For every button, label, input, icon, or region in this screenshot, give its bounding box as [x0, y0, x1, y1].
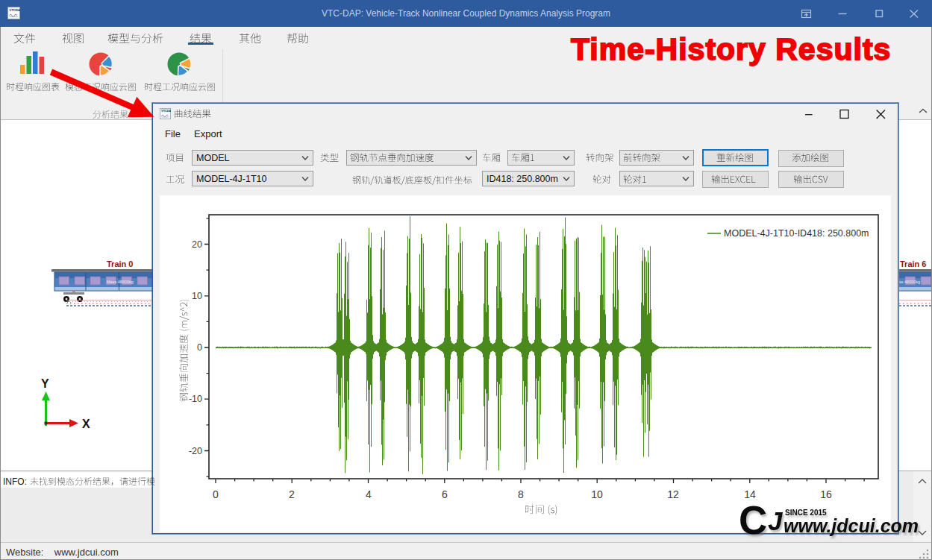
svg-text:C: C	[739, 501, 767, 542]
svg-text:J: J	[768, 506, 784, 535]
svg-text:www.jdcui.com: www.jdcui.com	[784, 515, 919, 536]
